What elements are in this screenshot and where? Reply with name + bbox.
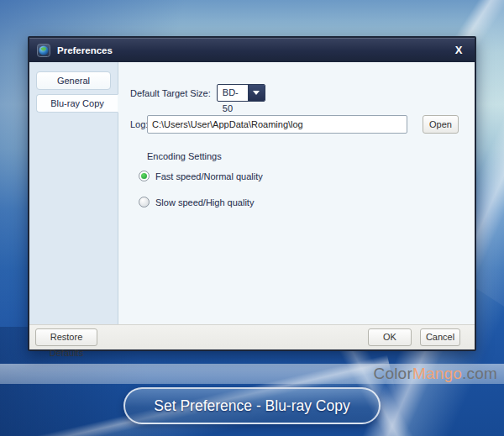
- dropdown-button[interactable]: [248, 85, 265, 101]
- sidebar: General Blu-ray Copy: [29, 62, 118, 324]
- radio-selected-icon[interactable]: [139, 171, 150, 181]
- target-size-row: Default Target Size: BD-50: [130, 84, 265, 102]
- dialog-body: General Blu-ray Copy Default Target Size…: [29, 62, 475, 324]
- open-button[interactable]: Open: [423, 115, 459, 134]
- settings-panel: Default Target Size: BD-50 Log: Open Enc…: [118, 62, 475, 324]
- target-size-value: BD-50: [218, 85, 248, 101]
- tab-bluray-copy[interactable]: Blu-ray Copy: [36, 94, 118, 113]
- preferences-dialog: Preferences X General Blu-ray Copy Defau…: [28, 36, 476, 351]
- encoding-settings-heading: Encoding Settings: [147, 151, 222, 161]
- cancel-button[interactable]: Cancel: [420, 328, 460, 346]
- radio-fast-label: Fast speed/Normal quality: [155, 171, 263, 181]
- log-path-input[interactable]: [147, 115, 407, 134]
- close-icon[interactable]: X: [450, 38, 467, 62]
- radio-slow-label: Slow speed/High quality: [155, 197, 254, 207]
- tab-general[interactable]: General: [36, 71, 111, 90]
- restore-defaults-button[interactable]: Restore Defaults: [35, 328, 97, 346]
- watermark-banner: ColorMango.com: [0, 364, 504, 384]
- radio-fast-speed[interactable]: Fast speed/Normal quality: [139, 171, 263, 181]
- watermark-brand-mango: Mango: [412, 365, 462, 382]
- caption-pill: Set Preference - Blu-ray Copy: [123, 387, 381, 424]
- window-title: Preferences: [57, 45, 113, 55]
- radio-slow-speed[interactable]: Slow speed/High quality: [139, 197, 254, 207]
- radio-selected-dot: [141, 173, 147, 179]
- radio-unselected-icon[interactable]: [139, 197, 150, 207]
- watermark-brand-suffix: .com: [462, 365, 497, 382]
- target-size-dropdown[interactable]: BD-50: [217, 84, 265, 102]
- ok-button[interactable]: OK: [368, 328, 412, 346]
- app-icon: [37, 44, 50, 57]
- dialog-footer: Restore Defaults OK Cancel: [29, 324, 475, 349]
- caption-text: Set Preference - Blu-ray Copy: [154, 397, 349, 415]
- target-size-label: Default Target Size:: [130, 88, 211, 98]
- log-label: Log:: [130, 119, 148, 129]
- title-bar: Preferences X: [29, 38, 475, 62]
- watermark-brand-color: Color: [374, 365, 412, 382]
- chevron-down-icon: [253, 91, 260, 98]
